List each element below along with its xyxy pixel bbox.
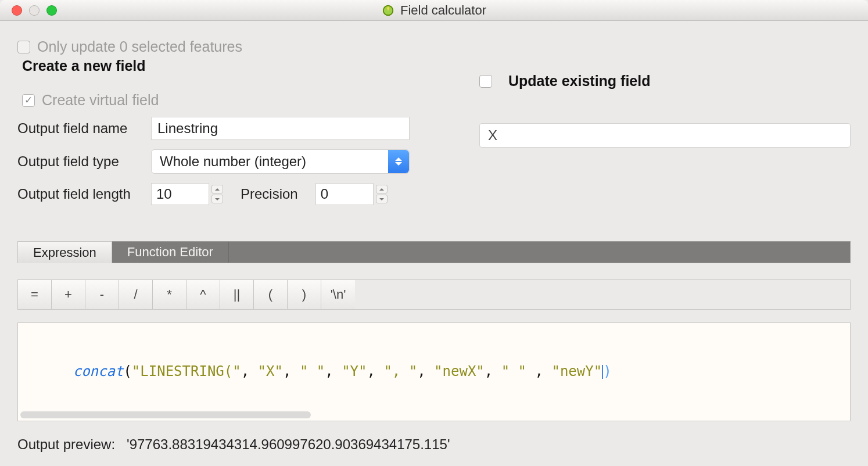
two-col-grid: Create a new field ✓ Create virtual fiel… (17, 55, 851, 205)
expression-input[interactable]: concat("LINESTRING(", "X", " ", "Y", ", … (17, 322, 851, 421)
window-title-text: Field calculator (400, 3, 486, 18)
update-existing-label: Update existing field (508, 73, 650, 89)
tab-strip: Expression Function Editor (17, 241, 851, 263)
output-preview-row: Output preview: '97763.88319434314.96099… (17, 436, 851, 453)
create-virtual-checkbox[interactable]: ✓ (22, 94, 35, 107)
tab-expression[interactable]: Expression (17, 241, 112, 263)
output-field-name-label: Output field name (17, 120, 151, 137)
length-stepper[interactable] (211, 185, 223, 203)
operator-bar: = + - / * ^ || ( ) '\n' (17, 279, 851, 310)
field-form: Output field name Output field type Whol… (17, 117, 450, 205)
op-rparen[interactable]: ) (288, 280, 321, 309)
op-concat[interactable]: || (220, 280, 254, 309)
op-slash[interactable]: / (119, 280, 153, 309)
only-update-checkbox (17, 41, 30, 53)
chevron-updown-icon (388, 150, 409, 173)
output-field-length-label: Output field length (17, 186, 151, 202)
op-minus[interactable]: - (85, 280, 119, 309)
op-caret[interactable]: ^ (186, 280, 220, 309)
precision-label: Precision (241, 186, 298, 202)
output-field-type-label: Output field type (17, 153, 151, 170)
left-col: Create a new field ✓ Create virtual fiel… (17, 55, 450, 205)
precision-spinner (315, 183, 388, 205)
create-virtual-label: Create virtual field (42, 92, 159, 109)
op-star[interactable]: * (153, 280, 186, 309)
update-existing-checkbox[interactable] (479, 75, 492, 88)
only-update-label: Only update 0 selected features (37, 38, 242, 55)
existing-field-select[interactable]: X (479, 123, 851, 148)
only-update-row: Only update 0 selected features (17, 38, 851, 55)
expression-section: Expression Function Editor = + - / * ^ |… (17, 241, 851, 453)
qgis-icon (382, 4, 394, 17)
zoom-icon[interactable] (46, 5, 57, 16)
output-preview-value: '97763.88319434314.960997620.90369434175… (127, 436, 450, 453)
tab-function-editor[interactable]: Function Editor (112, 242, 229, 263)
field-calculator-window: Field calculator Only update 0 selected … (0, 0, 868, 466)
output-field-name-input[interactable] (151, 117, 410, 140)
right-col: Update existing field X (479, 55, 851, 205)
minimize-icon[interactable] (29, 5, 40, 16)
close-icon[interactable] (12, 5, 22, 16)
expression-scrollbar[interactable] (20, 411, 311, 418)
window-controls (0, 5, 57, 16)
titlebar: Field calculator (0, 0, 868, 21)
precision-input[interactable] (315, 183, 374, 205)
op-lparen[interactable]: ( (254, 280, 288, 309)
existing-field-value: X (488, 127, 497, 144)
precision-stepper[interactable] (376, 185, 388, 203)
output-field-length-spinner (151, 183, 223, 205)
output-preview-label: Output preview: (17, 436, 115, 453)
create-new-field-title: Create a new field (17, 58, 450, 74)
output-field-type-value: Whole number (integer) (160, 153, 306, 170)
output-field-length-input[interactable] (151, 183, 209, 205)
op-equals[interactable]: = (18, 280, 52, 309)
op-newline[interactable]: '\n' (321, 280, 355, 309)
window-title: Field calculator (382, 3, 486, 18)
length-precision-row: Precision (151, 183, 450, 205)
op-plus[interactable]: + (52, 280, 85, 309)
content-area: Only update 0 selected features Create a… (0, 21, 868, 453)
create-virtual-row: ✓ Create virtual field (17, 92, 450, 109)
update-existing-row: Update existing field (479, 73, 851, 89)
output-field-type-select[interactable]: Whole number (integer) (151, 149, 410, 174)
